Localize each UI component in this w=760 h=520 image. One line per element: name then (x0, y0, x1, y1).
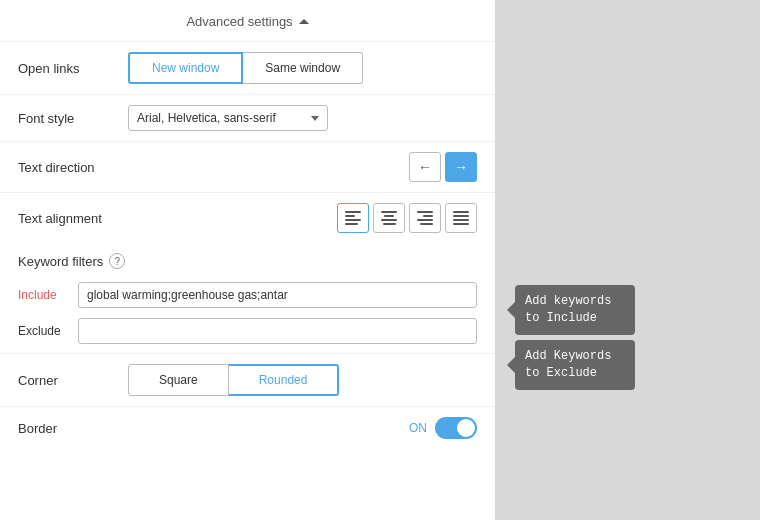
direction-rtl-button[interactable] (445, 152, 477, 182)
arrow-left-icon (418, 159, 432, 175)
font-style-label: Font style (18, 111, 128, 126)
align-justify-button[interactable] (445, 203, 477, 233)
include-input[interactable] (78, 282, 477, 308)
include-label: Include (18, 288, 78, 302)
include-callout-text: Add keywordsto Include (525, 294, 611, 325)
border-label: Border (18, 421, 128, 436)
keyword-filters-header: Keyword filters ? (18, 253, 477, 269)
border-toggle-group: ON (409, 417, 477, 439)
border-row: Border ON (0, 406, 495, 449)
text-alignment-label: Text alignment (18, 211, 128, 226)
align-right-button[interactable] (409, 203, 441, 233)
text-alignment-row: Text alignment (0, 192, 495, 243)
exclude-label: Exclude (18, 324, 78, 338)
keyword-exclude-row: Exclude (18, 313, 477, 349)
text-alignment-buttons (337, 203, 477, 233)
exclude-input[interactable] (78, 318, 477, 344)
keyword-filters-label: Keyword filters (18, 254, 103, 269)
align-justify-icon (451, 209, 471, 227)
text-direction-buttons (409, 152, 477, 182)
font-style-row: Font style Arial, Helvetica, sans-serif … (0, 94, 495, 141)
open-links-label: Open links (18, 61, 128, 76)
corner-row: Corner Square Rounded (0, 353, 495, 406)
exclude-callout-text: Add Keywordsto Exclude (525, 349, 611, 380)
align-center-icon (379, 209, 399, 227)
text-direction-row: Text direction (0, 141, 495, 192)
keyword-include-row: Include (18, 277, 477, 313)
open-links-row: Open links New window Same window (0, 41, 495, 94)
advanced-settings-title: Advanced settings (186, 14, 292, 29)
new-window-button[interactable]: New window (128, 52, 243, 84)
exclude-callout: Add Keywordsto Exclude (515, 340, 635, 390)
align-right-icon (415, 209, 435, 227)
rounded-button[interactable]: Rounded (229, 364, 340, 396)
align-left-icon (343, 209, 363, 227)
direction-ltr-button[interactable] (409, 152, 441, 182)
chevron-up-icon (299, 19, 309, 24)
toggle-knob (457, 419, 475, 437)
text-direction-label: Text direction (18, 160, 128, 175)
open-links-buttons: New window Same window (128, 52, 363, 84)
keyword-help-icon[interactable]: ? (109, 253, 125, 269)
font-style-select[interactable]: Arial, Helvetica, sans-serif Times New R… (128, 105, 328, 131)
include-callout: Add keywordsto Include (515, 285, 635, 335)
corner-buttons: Square Rounded (128, 364, 339, 396)
right-panel: Add keywordsto Include Add Keywordsto Ex… (495, 0, 760, 520)
square-button[interactable]: Square (128, 364, 229, 396)
border-toggle-switch[interactable] (435, 417, 477, 439)
keyword-filters-section: Keyword filters ? Include Exclude (0, 243, 495, 353)
settings-panel: Advanced settings Open links New window … (0, 0, 495, 520)
advanced-settings-header[interactable]: Advanced settings (0, 0, 495, 41)
align-center-button[interactable] (373, 203, 405, 233)
corner-label: Corner (18, 373, 128, 388)
arrow-right-icon (454, 159, 468, 175)
border-toggle-text: ON (409, 421, 427, 435)
align-left-button[interactable] (337, 203, 369, 233)
same-window-button[interactable]: Same window (243, 52, 363, 84)
